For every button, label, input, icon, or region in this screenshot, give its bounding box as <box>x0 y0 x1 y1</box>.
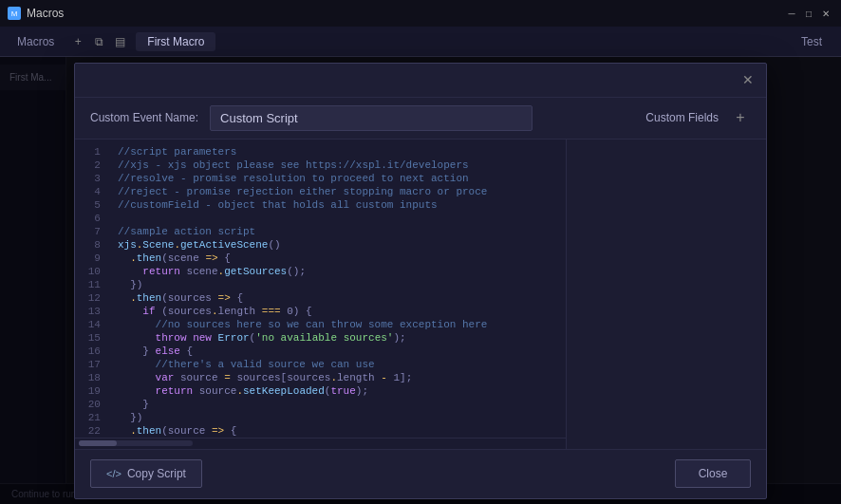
close-modal-button[interactable]: Close <box>675 459 751 488</box>
table-row: 19 return source.setKeepLoaded(true); <box>75 384 566 398</box>
modal-body: 1 //script parameters 2 //xjs - xjs obje… <box>75 140 766 449</box>
line-code: xjs.Scene.getActiveScene() <box>110 238 566 252</box>
line-number: 8 <box>75 238 110 252</box>
line-number: 20 <box>75 398 110 411</box>
line-code: //customField - object that holds all cu… <box>110 198 566 212</box>
code-editor: 1 //script parameters 2 //xjs - xjs obje… <box>75 140 567 449</box>
table-row: 8 xjs.Scene.getActiveScene() <box>75 238 566 252</box>
table-row: 20 } <box>75 398 566 411</box>
line-number: 13 <box>75 305 110 318</box>
line-number: 2 <box>75 159 110 172</box>
table-row: 3 //resolve - promise resolution to proc… <box>75 172 566 185</box>
copy-script-button[interactable]: </> Copy Script <box>90 459 202 488</box>
line-code: if (sources.length === 0) { <box>110 305 566 318</box>
table-row: 6 <box>75 212 566 225</box>
table-row: 9 .then(scene => { <box>75 252 566 265</box>
line-code: .then(scene => { <box>110 252 566 265</box>
horizontal-scroll-thumb[interactable] <box>79 440 117 446</box>
line-number: 16 <box>75 345 110 358</box>
line-code: //reject - promise rejection either stop… <box>110 185 566 198</box>
line-number: 22 <box>75 424 110 438</box>
line-number: 7 <box>75 225 110 238</box>
code-scroll-area[interactable]: 1 //script parameters 2 //xjs - xjs obje… <box>75 140 566 438</box>
line-code: } <box>110 398 566 411</box>
title-bar-controls: ─ □ ✕ <box>784 6 833 21</box>
table-row: 5 //customField - object that holds all … <box>75 198 566 212</box>
table-row: 1 //script parameters <box>75 145 566 159</box>
line-code: //xjs - xjs object please see https://xs… <box>110 159 566 172</box>
macros-tab-label: Macros <box>9 31 62 52</box>
table-row: 11 }) <box>75 278 566 291</box>
table-row: 2 //xjs - xjs object please see https://… <box>75 159 566 172</box>
restore-button[interactable]: □ <box>801 6 816 21</box>
line-number: 17 <box>75 358 110 371</box>
add-custom-field-button[interactable]: + <box>730 107 751 128</box>
line-code: } else { <box>110 345 566 358</box>
line-number: 19 <box>75 384 110 398</box>
table-row: 17 //there's a valid source we can use <box>75 358 566 371</box>
close-window-button[interactable]: ✕ <box>818 6 833 21</box>
test-tab[interactable]: Test <box>792 31 832 52</box>
table-row: 21 }) <box>75 411 566 424</box>
table-row: 18 var source = sources[sources.length -… <box>75 371 566 384</box>
horizontal-scrollbar-container <box>75 438 566 449</box>
line-code <box>110 212 566 225</box>
copy-script-icon: </> <box>106 468 121 479</box>
line-code: .then(source => { <box>110 424 566 438</box>
line-code: //script parameters <box>110 145 566 159</box>
line-code: }) <box>110 278 566 291</box>
main-area: First Ma... ✕ Custom Event Name: Custom … <box>0 57 841 504</box>
line-number: 12 <box>75 291 110 305</box>
event-name-row: Custom Event Name: Custom Fields + <box>75 98 766 140</box>
active-tab[interactable]: First Macro <box>136 32 215 51</box>
event-name-input[interactable] <box>210 105 533 131</box>
line-code: //resolve - promise resolution to procee… <box>110 172 566 185</box>
title-bar-left: M Macros <box>8 7 64 20</box>
horizontal-scrollbar[interactable] <box>79 440 193 446</box>
custom-fields-label: Custom Fields <box>645 111 719 124</box>
table-row: 13 if (sources.length === 0) { <box>75 305 566 318</box>
modal-close-icon-button[interactable]: ✕ <box>739 71 757 88</box>
line-number: 1 <box>75 145 110 159</box>
delete-tab-button[interactable]: ▤ <box>111 33 128 50</box>
line-code: //sample action script <box>110 225 566 238</box>
copy-script-label: Copy Script <box>127 467 186 480</box>
copy-tab-button[interactable]: ⧉ <box>90 33 107 50</box>
table-row: 22 .then(source => { <box>75 424 566 438</box>
modal-footer: </> Copy Script Close <box>75 449 766 498</box>
title-bar: M Macros ─ □ ✕ <box>0 0 841 27</box>
table-row: 10 return scene.getSources(); <box>75 265 566 278</box>
line-number: 9 <box>75 252 110 265</box>
line-number: 5 <box>75 198 110 212</box>
table-row: 14 //no sources here so we can throw som… <box>75 318 566 331</box>
table-row: 16 } else { <box>75 345 566 358</box>
tab-bar: Macros + ⧉ ▤ First Macro Test <box>0 27 841 57</box>
line-number: 6 <box>75 212 110 225</box>
line-code: throw new Error('no available sources'); <box>110 331 566 345</box>
line-number: 3 <box>75 172 110 185</box>
modal-dialog: ✕ Custom Event Name: Custom Fields + <box>74 63 767 499</box>
line-code: .then(sources => { <box>110 291 566 305</box>
line-code: return scene.getSources(); <box>110 265 566 278</box>
line-code: }) <box>110 411 566 424</box>
tab-controls: + ⧉ ▤ <box>69 33 128 50</box>
line-code: return source.setKeepLoaded(true); <box>110 384 566 398</box>
app-icon: M <box>8 7 21 20</box>
line-number: 4 <box>75 185 110 198</box>
modal-header: ✕ <box>75 64 766 98</box>
line-number: 21 <box>75 411 110 424</box>
line-code: var source = sources[sources.length - 1]… <box>110 371 566 384</box>
line-number: 11 <box>75 278 110 291</box>
line-number: 10 <box>75 265 110 278</box>
line-code: //there's a valid source we can use <box>110 358 566 371</box>
table-row: 4 //reject - promise rejection either st… <box>75 185 566 198</box>
title-bar-title: Macros <box>27 7 64 20</box>
add-tab-button[interactable]: + <box>69 33 86 50</box>
line-number: 15 <box>75 331 110 345</box>
line-number: 14 <box>75 318 110 331</box>
table-row: 7 //sample action script <box>75 225 566 238</box>
minimize-button[interactable]: ─ <box>784 6 799 21</box>
line-code: //no sources here so we can throw some e… <box>110 318 566 331</box>
modal-overlay: ✕ Custom Event Name: Custom Fields + <box>0 57 841 504</box>
table-row: 12 .then(sources => { <box>75 291 566 305</box>
